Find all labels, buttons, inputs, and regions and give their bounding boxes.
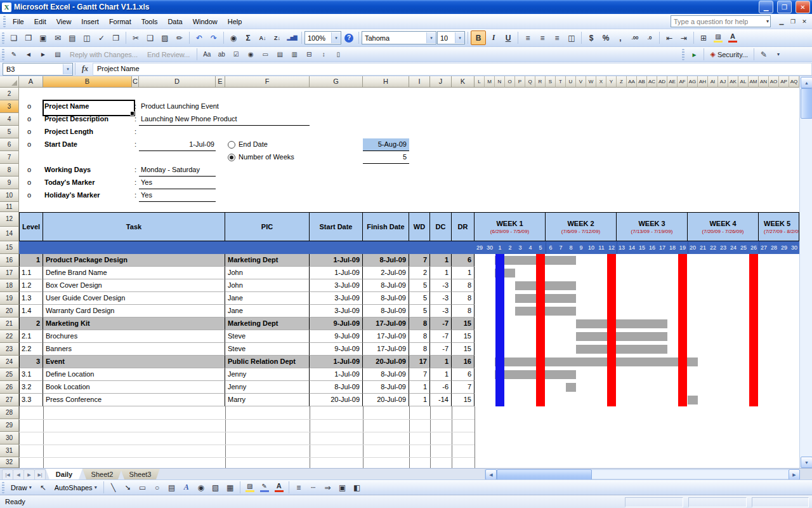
day-number-cell[interactable]: 30 xyxy=(789,241,799,254)
task-cell-pic[interactable]: Jane xyxy=(225,292,310,305)
task-cell-finish[interactable]: 8-Jul-09 xyxy=(363,381,409,394)
table-header-cell[interactable]: Task xyxy=(43,212,225,241)
task-cell-pic[interactable]: Marry xyxy=(225,394,310,406)
day-number-cell[interactable]: 2 xyxy=(505,241,515,254)
form-label[interactable]: Working Days xyxy=(43,164,132,177)
task-cell-task[interactable]: Event xyxy=(43,356,225,368)
task-cell-level[interactable]: 3.2 xyxy=(19,381,43,394)
vertical-scroll-thumb[interactable] xyxy=(801,88,812,119)
task-cell-finish[interactable]: 8-Jul-09 xyxy=(363,368,409,381)
day-number-cell[interactable]: 30 xyxy=(485,241,495,254)
day-number-cell[interactable]: 3 xyxy=(515,241,525,254)
task-cell-start[interactable]: 3-Jul-09 xyxy=(310,279,363,292)
task-cell-start[interactable]: 9-Jul-09 xyxy=(310,318,363,330)
text-box-button[interactable]: ▤ xyxy=(165,481,179,494)
wordart-button[interactable]: A xyxy=(180,481,193,494)
task-cell-dc[interactable]: 1 xyxy=(430,267,452,279)
task-cell-level[interactable]: 2.1 xyxy=(19,330,43,343)
day-number-cell[interactable]: 8 xyxy=(566,241,576,254)
task-cell-dc[interactable]: -7 xyxy=(430,318,452,330)
form-colon[interactable]: : xyxy=(132,189,139,202)
task-cell-start[interactable]: 1-Jul-09 xyxy=(310,356,363,368)
week-header-cell[interactable]: WEEK 2(7/6/09 - 7/12/09) xyxy=(546,212,617,241)
form-bullet[interactable]: o xyxy=(19,113,43,126)
task-cell-dc[interactable]: 1 xyxy=(430,368,452,381)
day-number-cell[interactable]: 1 xyxy=(495,241,505,254)
task-cell-dr[interactable]: 15 xyxy=(452,330,475,343)
threed-button[interactable]: ◧ xyxy=(350,481,364,494)
task-cell-wd[interactable]: 7 xyxy=(409,368,430,381)
day-number-cell[interactable]: 7 xyxy=(556,241,566,254)
task-cell-dc[interactable]: -6 xyxy=(430,381,452,394)
oval-button[interactable]: ○ xyxy=(150,481,164,494)
task-cell-start[interactable]: 20-Jul-09 xyxy=(310,394,363,406)
form-label[interactable]: Start Date xyxy=(43,138,132,151)
task-cell-task[interactable]: Warranty Card Design xyxy=(43,305,225,318)
pointer-button[interactable]: ↖ xyxy=(36,481,50,494)
sheet-tab-daily[interactable]: Daily xyxy=(46,469,82,479)
task-cell-wd[interactable]: 2 xyxy=(409,267,430,279)
fill-color-button[interactable]: ▨ xyxy=(243,481,257,494)
task-cell-wd[interactable]: 8 xyxy=(409,318,430,330)
task-cell-level[interactable]: 1.3 xyxy=(19,292,43,305)
week-header-cell[interactable]: WEEK 3(7/13/09 - 7/19/09) xyxy=(617,212,688,241)
task-cell-wd[interactable]: 5 xyxy=(409,305,430,318)
arrow-button[interactable]: ➘ xyxy=(121,481,135,494)
task-cell-level[interactable]: 3 xyxy=(19,356,43,368)
form-colon[interactable]: : xyxy=(132,138,139,151)
table-header-cell[interactable]: DC xyxy=(430,212,452,241)
form-value[interactable]: Yes xyxy=(141,177,230,189)
task-cell-start[interactable]: 3-Jul-09 xyxy=(310,292,363,305)
task-cell-dr[interactable]: 6 xyxy=(452,254,475,267)
task-cell-task[interactable]: User Guide Cover Design xyxy=(43,292,225,305)
end-date-value[interactable]: 5-Aug-09 xyxy=(363,138,409,151)
task-cell-level[interactable]: 1.1 xyxy=(19,267,43,279)
day-number-cell[interactable]: 12 xyxy=(606,241,617,254)
task-cell-task[interactable]: Define Location xyxy=(43,368,225,381)
task-cell-pic[interactable]: Jane xyxy=(225,305,310,318)
task-cell-dr[interactable]: 1 xyxy=(452,267,475,279)
week-header-cell[interactable]: WEEK 1(6/29/09 - 7/5/09) xyxy=(475,212,546,241)
vertical-scrollbar[interactable]: ▲▼ xyxy=(799,76,812,468)
task-cell-dr[interactable]: 16 xyxy=(452,356,475,368)
task-cell-start[interactable]: 8-Jul-09 xyxy=(310,381,363,394)
form-value[interactable]: Launching New Phone Product xyxy=(141,113,306,126)
form-label[interactable]: Project Name xyxy=(43,100,132,113)
task-cell-wd[interactable]: 5 xyxy=(409,279,430,292)
line-color-button[interactable]: ✎ xyxy=(258,481,272,494)
day-number-cell[interactable]: 18 xyxy=(667,241,678,254)
form-label[interactable]: Today's Marker xyxy=(43,177,132,189)
task-cell-wd[interactable]: 17 xyxy=(409,356,430,368)
table-header-cell[interactable]: Finish Date xyxy=(363,212,409,241)
sheet-tab-sheet2[interactable]: Sheet2 xyxy=(82,469,122,479)
form-bullet[interactable]: o xyxy=(19,189,43,202)
task-cell-pic[interactable]: Public Relation Dept xyxy=(225,356,310,368)
task-cell-dc[interactable]: 1 xyxy=(430,254,452,267)
task-cell-finish[interactable]: 8-Jul-09 xyxy=(363,279,409,292)
toolbar-grip[interactable] xyxy=(2,482,4,493)
form-bullet[interactable]: o xyxy=(19,100,43,113)
task-cell-level[interactable]: 1 xyxy=(19,254,43,267)
task-cell-task[interactable]: Book Location xyxy=(43,381,225,394)
task-cell-start[interactable]: 9-Jul-09 xyxy=(310,343,363,356)
task-cell-dc[interactable]: -7 xyxy=(430,330,452,343)
day-number-cell[interactable]: 10 xyxy=(586,241,596,254)
arrow-style-button[interactable]: ⇒ xyxy=(321,481,335,494)
week-header-cell[interactable]: WEEK 4(7/20/09 - 7/26/09) xyxy=(688,212,759,241)
line-button[interactable]: ╲ xyxy=(107,481,121,494)
horizontal-scroll-thumb[interactable] xyxy=(497,469,592,480)
form-value[interactable]: Monday - Saturday xyxy=(141,164,230,177)
task-cell-wd[interactable]: 8 xyxy=(409,330,430,343)
task-cell-level[interactable]: 3.1 xyxy=(19,368,43,381)
task-cell-task[interactable]: Press Conference xyxy=(43,394,225,406)
task-cell-wd[interactable]: 1 xyxy=(409,394,430,406)
task-cell-pic[interactable]: Jenny xyxy=(225,368,310,381)
task-cell-dr[interactable]: 7 xyxy=(452,381,475,394)
task-cell-finish[interactable]: 2-Jul-09 xyxy=(363,267,409,279)
task-cell-dc[interactable]: -7 xyxy=(430,343,452,356)
task-cell-task[interactable]: Banners xyxy=(43,343,225,356)
task-cell-dr[interactable]: 6 xyxy=(452,368,475,381)
day-number-cell[interactable]: 19 xyxy=(678,241,688,254)
task-cell-finish[interactable]: 17-Jul-09 xyxy=(363,330,409,343)
day-number-cell[interactable]: 6 xyxy=(546,241,556,254)
